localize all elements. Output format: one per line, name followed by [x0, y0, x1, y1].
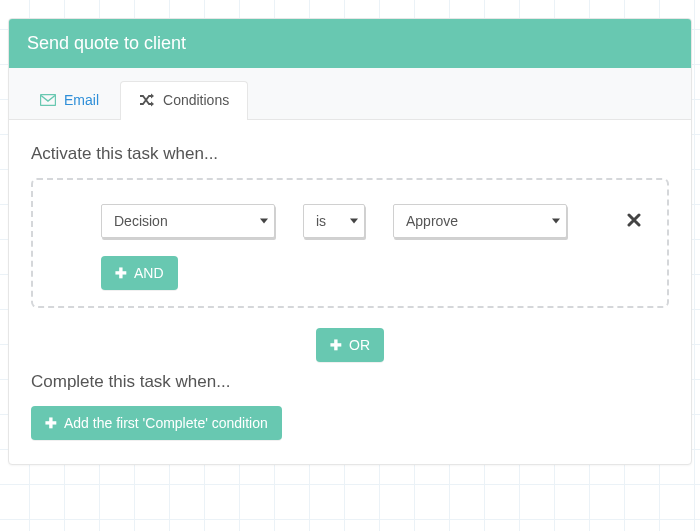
- remove-condition-button[interactable]: [621, 207, 647, 236]
- value-select-value: Approve: [406, 213, 458, 229]
- activate-condition-group: Decision is Approve: [31, 178, 669, 308]
- panel-header: Send quote to client: [9, 19, 691, 68]
- add-complete-condition-button[interactable]: ✚ Add the first 'Complete' condition: [31, 406, 282, 440]
- operator-select[interactable]: is: [303, 204, 365, 238]
- plus-icon: ✚: [115, 265, 127, 281]
- tab-email-label: Email: [64, 92, 99, 108]
- chevron-down-icon: [260, 219, 268, 224]
- add-complete-label: Add the first 'Complete' condition: [64, 415, 268, 431]
- tab-strip: Email Conditions: [9, 68, 691, 120]
- field-select-value: Decision: [114, 213, 168, 229]
- envelope-icon: [40, 94, 56, 106]
- value-select[interactable]: Approve: [393, 204, 567, 238]
- plus-icon: ✚: [330, 337, 342, 353]
- panel-body: Activate this task when... Decision is A…: [9, 120, 691, 464]
- operator-select-value: is: [316, 213, 326, 229]
- tab-conditions-label: Conditions: [163, 92, 229, 108]
- and-label: AND: [134, 265, 164, 281]
- activate-title: Activate this task when...: [31, 144, 669, 164]
- plus-icon: ✚: [45, 415, 57, 431]
- add-or-button[interactable]: ✚ OR: [316, 328, 384, 362]
- add-and-button[interactable]: ✚ AND: [101, 256, 178, 290]
- chevron-down-icon: [552, 219, 560, 224]
- field-select[interactable]: Decision: [101, 204, 275, 238]
- complete-title: Complete this task when...: [31, 372, 669, 392]
- condition-row: Decision is Approve: [53, 204, 647, 238]
- task-panel: Send quote to client Email Condition: [8, 18, 692, 465]
- tab-conditions[interactable]: Conditions: [120, 81, 248, 120]
- or-label: OR: [349, 337, 370, 353]
- shuffle-icon: [139, 93, 155, 107]
- close-icon: [627, 213, 641, 227]
- tab-email[interactable]: Email: [21, 81, 118, 120]
- chevron-down-icon: [350, 219, 358, 224]
- panel-title: Send quote to client: [27, 33, 186, 53]
